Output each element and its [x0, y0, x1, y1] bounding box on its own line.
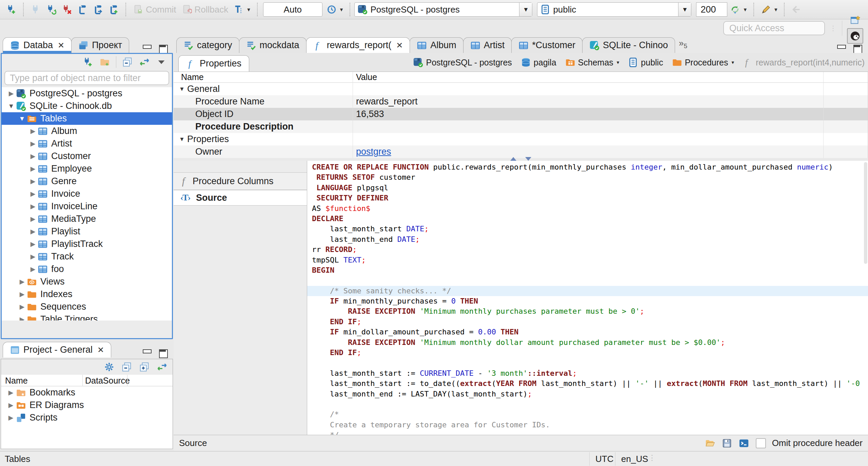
project-item-scripts[interactable]: ▶Scripts — [1, 411, 173, 424]
expand-arrow-icon[interactable]: ▶ — [17, 278, 27, 286]
minimize-button[interactable] — [836, 44, 846, 53]
transaction-history-button[interactable]: ▾ — [324, 3, 346, 16]
new-sql-script-button[interactable] — [106, 3, 121, 16]
omit-procedure-header-checkbox[interactable] — [756, 438, 766, 448]
datasource-combo[interactable]: PostgreSQL - postgres▼ — [354, 2, 532, 17]
project-item-bookmarks[interactable]: ▶Bookmarks — [1, 386, 173, 399]
tree-item-tables[interactable]: ▼Tables — [2, 112, 172, 125]
tree-item-invoiceline[interactable]: ▶InvoiceLine — [2, 200, 172, 213]
persist-button[interactable] — [738, 438, 750, 449]
open-file-button[interactable] — [704, 438, 716, 449]
breadcrumb-schemas[interactable]: Schemas▾ — [565, 57, 619, 67]
open-sql-console-button[interactable] — [90, 3, 106, 16]
tab-overflow-button[interactable]: »5 — [675, 38, 691, 51]
proj-expand-all-button[interactable] — [139, 361, 150, 373]
tree-item-views[interactable]: ▶Views — [2, 275, 172, 288]
expand-arrow-icon[interactable]: ▶ — [6, 90, 16, 97]
collapse-arrow-icon[interactable]: ▼ — [179, 86, 186, 93]
breadcrumb-public[interactable]: public — [628, 57, 663, 67]
proj-collapse-all-button[interactable] — [121, 361, 133, 373]
minimize-button[interactable] — [142, 349, 152, 357]
tree-item-artist[interactable]: ▶Artist — [2, 137, 172, 150]
maximize-button[interactable] — [158, 349, 168, 357]
expand-arrow-icon[interactable]: ▶ — [28, 202, 38, 210]
tab-artist[interactable]: Artist — [463, 37, 512, 53]
source-code-editor[interactable]: CREATE OR REPLACE FUNCTION public.reward… — [307, 161, 868, 435]
expand-arrow-icon[interactable]: ▶ — [28, 253, 38, 260]
sql-editor-button[interactable] — [75, 3, 90, 16]
property-row-general[interactable]: ▼General — [174, 83, 868, 95]
nav-new-folder-button[interactable] — [99, 56, 111, 68]
refresh-button-dropdown-icon[interactable]: ▾ — [744, 6, 747, 13]
tree-item-album[interactable]: ▶Album — [2, 125, 172, 137]
nav-link-editor-button[interactable] — [139, 56, 150, 68]
transaction-history-button-dropdown-icon[interactable]: ▾ — [340, 6, 343, 13]
tab-source[interactable]: ‹T›Source — [174, 190, 307, 206]
breadcrumb-rewards-report-int4-numeric-[interactable]: frewards_report(int4,numeric) — [743, 57, 865, 67]
back-button[interactable] — [789, 3, 804, 16]
schema-combo-dropdown-button[interactable]: ▼ — [678, 3, 691, 16]
tab-rewards-report[interactable]: frewards_report(✕ — [306, 37, 410, 53]
close-icon[interactable]: ✕ — [396, 41, 403, 50]
tab-properties[interactable]: f Properties — [178, 55, 249, 72]
expand-arrow-icon[interactable]: ▶ — [17, 290, 27, 298]
new-connection-button[interactable] — [3, 3, 19, 16]
tree-item-invoice[interactable]: ▶Invoice — [2, 188, 172, 200]
expand-arrow-icon[interactable]: ▶ — [6, 389, 16, 396]
collapse-arrow-icon[interactable]: ▼ — [6, 102, 16, 110]
tab-procedure-columns[interactable]: fProcedure Columns — [174, 172, 307, 190]
schema-combo[interactable]: public▼ — [537, 2, 691, 17]
breadcrumb-postgresql-postgres[interactable]: PostgreSQL - postgres — [413, 57, 512, 67]
auto-commit-combo[interactable]: Auto — [263, 2, 322, 17]
tree-item-mediatype[interactable]: ▶MediaType — [2, 213, 172, 225]
tree-item-track[interactable]: ▶Track — [2, 250, 172, 263]
property-row-procedure-name[interactable]: Procedure Namerewards_report — [174, 95, 868, 108]
tree-item-indexes[interactable]: ▶Indexes — [2, 288, 172, 300]
expand-arrow-icon[interactable]: ▶ — [28, 127, 38, 135]
tab-project-general[interactable]: Project - General✕ — [3, 342, 111, 357]
property-row-object-id[interactable]: Object ID16,583 — [174, 108, 868, 120]
tree-item-playlisttrack[interactable]: ▶PlaylistTrack — [2, 238, 172, 250]
format-button[interactable]: ▾ — [758, 3, 780, 16]
fetch-size-field[interactable]: 200 — [696, 2, 727, 17]
status-locale[interactable]: en_US — [621, 454, 648, 464]
expand-arrow-icon[interactable]: ▶ — [6, 414, 16, 422]
expand-arrow-icon[interactable]: ▶ — [28, 228, 38, 235]
breadcrumb-procedures[interactable]: Procedures▾ — [672, 57, 734, 67]
datasource-combo-dropdown-button[interactable]: ▼ — [519, 3, 532, 16]
refresh-button[interactable]: ▾ — [727, 3, 749, 16]
maximize-button[interactable] — [158, 44, 168, 53]
project-item-er-diagrams[interactable]: ▶ER Diagrams — [1, 399, 173, 411]
tab-category[interactable]: category — [176, 37, 239, 53]
tree-item-sqlite-chinook-db[interactable]: ▼SQLite - Chinook.db — [2, 100, 172, 112]
connect-button[interactable] — [28, 3, 43, 16]
expand-arrow-icon[interactable]: ▶ — [28, 190, 38, 198]
open-perspective-button[interactable] — [847, 13, 863, 28]
sash-collapse-icon[interactable] — [525, 157, 531, 161]
expand-arrow-icon[interactable]: ▶ — [28, 152, 38, 160]
maximize-button[interactable] — [852, 44, 863, 53]
expand-arrow-icon[interactable]: ▶ — [28, 165, 38, 173]
minimize-button[interactable] — [142, 44, 152, 53]
rollback-button[interactable]: Rollback — [179, 3, 231, 16]
status-timezone[interactable]: UTC — [595, 454, 613, 464]
transaction-mode-button-dropdown-icon[interactable]: ▾ — [247, 6, 250, 13]
nav-collapse-all-button[interactable] — [122, 56, 133, 68]
tree-item-customer[interactable]: ▶Customer — [2, 150, 172, 162]
breadcrumb-dropdown-icon[interactable]: ▾ — [617, 59, 619, 65]
close-icon[interactable]: ✕ — [58, 41, 64, 50]
commit-button[interactable]: Commit — [130, 3, 179, 16]
save-to-file-button[interactable] — [721, 438, 733, 449]
object-filter-input[interactable] — [4, 71, 169, 85]
tab-sqlite-chinook[interactable]: SQLite - Chinoo — [582, 37, 675, 53]
tab-album[interactable]: Album — [410, 37, 463, 53]
tree-item-foo[interactable]: ▶foo — [2, 263, 172, 275]
nav-new-connection-button[interactable] — [82, 56, 94, 68]
property-row-owner[interactable]: Ownerpostgres — [174, 145, 868, 158]
expand-arrow-icon[interactable]: ▶ — [28, 215, 38, 223]
expand-arrow-icon[interactable]: ▶ — [17, 315, 27, 321]
breadcrumb-dropdown-icon[interactable]: ▾ — [732, 59, 734, 65]
property-row-procedure-description[interactable]: Procedure Description — [174, 120, 868, 133]
tree-item-playlist[interactable]: ▶Playlist — [2, 225, 172, 238]
code-scrollbar[interactable] — [864, 162, 867, 264]
